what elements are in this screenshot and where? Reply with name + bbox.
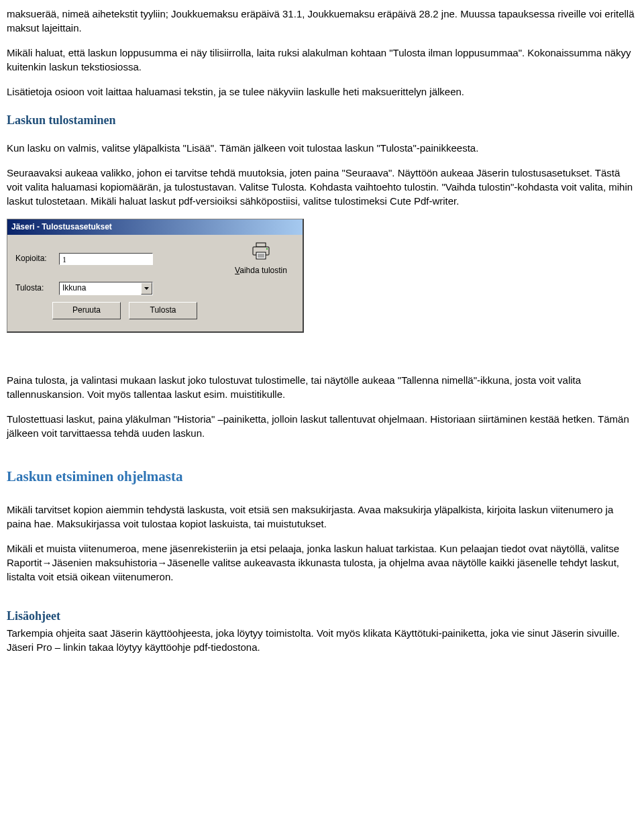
body-paragraph: Mikäli tarvitset kopion aiemmin tehdystä…	[7, 503, 637, 531]
body-paragraph: maksuerää, nimeä aihetekstit tyyliin; Jo…	[7, 7, 637, 35]
tulosta-label: Tulosta:	[15, 282, 59, 294]
section-heading-search: Laskun etsiminen ohjelmasta	[7, 467, 637, 486]
body-paragraph: Seuraavaksi aukeaa valikko, johon ei tar…	[7, 166, 637, 208]
body-paragraph: Paina tulosta, ja valintasi mukaan lasku…	[7, 373, 637, 401]
copies-input[interactable]: 1	[59, 253, 153, 265]
change-printer-button[interactable]: Vaihda tulostin	[227, 242, 294, 276]
body-paragraph: Kun lasku on valmis, valitse yläpalkista…	[7, 141, 637, 155]
cancel-button[interactable]: Peruuta	[52, 302, 121, 319]
change-printer-label: Vaihda tulostin	[227, 265, 294, 276]
svg-rect-0	[256, 243, 266, 247]
body-paragraph: Tulostettuasi laskut, paina yläkulman "H…	[7, 412, 637, 440]
dropdown-arrow-icon	[141, 282, 152, 295]
svg-marker-7	[144, 287, 149, 290]
body-paragraph: Tarkempia ohjeita saat Jäserin käyttöohj…	[7, 626, 637, 654]
svg-point-6	[266, 248, 268, 250]
print-button[interactable]: Tulosta	[129, 302, 197, 319]
tulosta-select[interactable]: Ikkuna	[59, 282, 153, 295]
copies-label: Kopioita:	[15, 253, 59, 264]
section-heading-more: Lisäohjeet	[7, 608, 637, 625]
body-paragraph: Mikäli haluat, että laskun loppusumma ei…	[7, 46, 637, 74]
body-paragraph: Lisätietoja osioon voit laittaa haluamas…	[7, 85, 637, 99]
body-paragraph: Mikäli et muista viitenumeroa, mene jäse…	[7, 541, 637, 584]
printer-icon	[227, 242, 294, 264]
section-heading-print: Laskun tulostaminen	[7, 112, 637, 129]
print-settings-dialog: Jäseri - Tulostusasetukset Kopioita: 1	[7, 219, 304, 332]
dialog-titlebar: Jäseri - Tulostusasetukset	[7, 219, 303, 235]
tulosta-select-value: Ikkuna	[62, 282, 86, 294]
